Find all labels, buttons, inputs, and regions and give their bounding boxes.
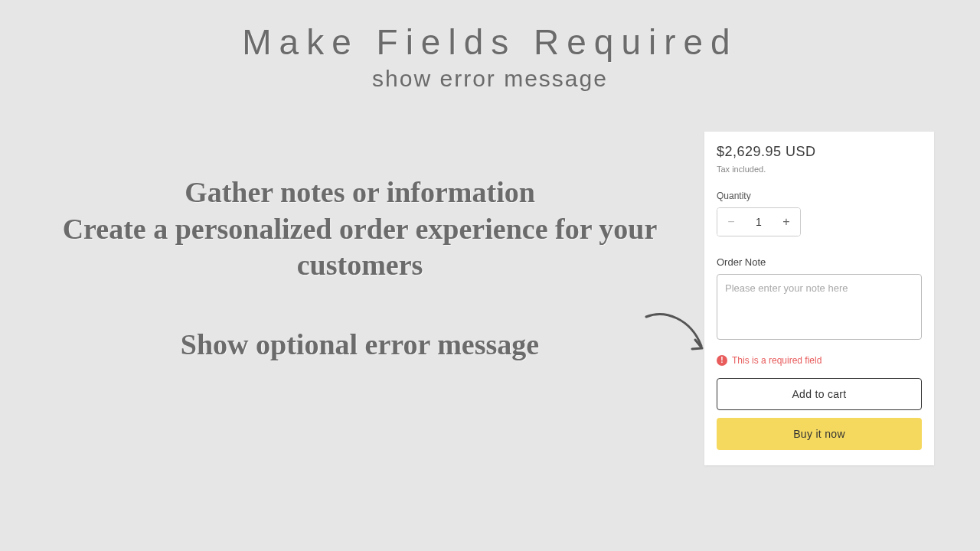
quantity-stepper: − 1 + <box>717 207 801 236</box>
marketing-line-1: Gather notes or information <box>46 174 674 211</box>
error-icon: ! <box>717 355 727 366</box>
order-note-label: Order Note <box>717 256 922 268</box>
add-to-cart-button[interactable]: Add to cart <box>717 378 922 410</box>
marketing-line-3: Show optional error message <box>46 327 674 364</box>
marketing-copy: Gather notes or information Create a per… <box>46 174 674 363</box>
quantity-label: Quantity <box>717 191 922 201</box>
quantity-increase-button[interactable]: + <box>773 208 800 236</box>
product-card: $2,629.95 USD Tax included. Quantity − 1… <box>704 132 934 465</box>
buy-now-button[interactable]: Buy it now <box>717 418 922 450</box>
marketing-line-2: Create a personalized order experience f… <box>46 211 674 284</box>
page-subtitle: show error message <box>0 66 980 92</box>
quantity-decrease-button[interactable]: − <box>717 208 745 236</box>
order-note-input[interactable] <box>717 274 922 340</box>
page-title: Make Fields Required <box>0 21 980 63</box>
quantity-value: 1 <box>745 216 773 228</box>
product-price: $2,629.95 USD <box>717 144 922 160</box>
tax-note: Tax included. <box>717 165 922 174</box>
error-message: ! This is a required field <box>717 355 922 366</box>
error-text: This is a required field <box>732 355 822 366</box>
